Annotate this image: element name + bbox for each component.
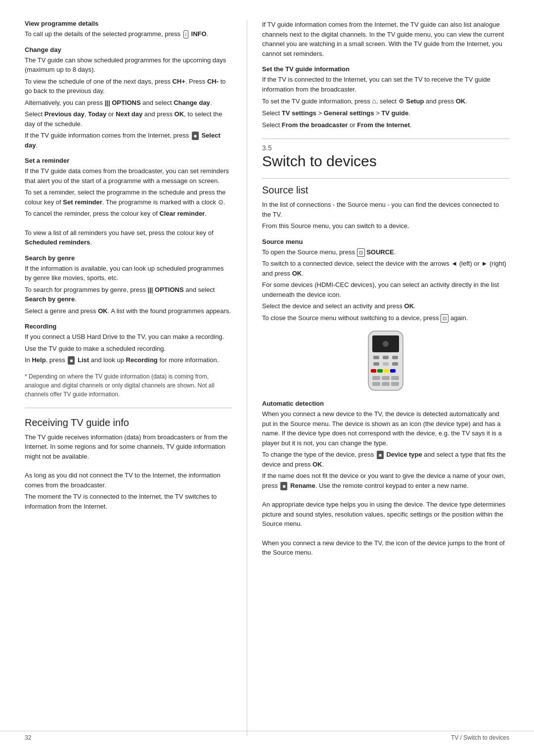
receiving-section: Receiving TV guide info The TV guide rec… bbox=[25, 417, 232, 512]
para-auto-1: When you connect a new device to the TV,… bbox=[262, 409, 509, 448]
svg-rect-14 bbox=[382, 376, 390, 380]
para-continuation: If TV guide information comes from the I… bbox=[262, 20, 509, 58]
para-auto-3: If the name does not fit the device or y… bbox=[262, 471, 509, 490]
para-source-menu-5: To close the Source menu without switchi… bbox=[262, 313, 509, 323]
para-view-programme: To call up the details of the selected p… bbox=[25, 29, 232, 39]
rename-icon: ■ bbox=[280, 482, 287, 490]
para-auto-2: To change the type of the device, press … bbox=[262, 450, 509, 469]
heading-source-menu: Source menu bbox=[262, 238, 509, 245]
heading-source-list: Source list bbox=[262, 185, 509, 196]
para-genre-1: If the information is available, you can… bbox=[25, 264, 232, 283]
section-heading: Switch to devices bbox=[262, 153, 509, 169]
para-set-guide-3: Select TV settings > General settings > … bbox=[262, 108, 509, 118]
svg-rect-18 bbox=[391, 382, 399, 386]
page-number: 32 bbox=[25, 734, 31, 741]
svg-rect-7 bbox=[383, 362, 389, 366]
device-type-icon: ■ bbox=[377, 451, 384, 459]
divider-section bbox=[262, 139, 509, 139]
svg-rect-3 bbox=[373, 356, 379, 359]
heading-set-tv-guide: Set the TV guide information bbox=[262, 65, 509, 73]
section-title-area: 3.5 Switch to devices bbox=[262, 144, 509, 169]
left-column: View programme details To call up the de… bbox=[0, 20, 247, 736]
svg-rect-15 bbox=[391, 376, 399, 380]
svg-rect-9 bbox=[371, 369, 376, 373]
heading-change-day: Change day bbox=[25, 46, 232, 53]
para-reminder-1: If the TV guide data comes from the broa… bbox=[25, 166, 232, 186]
para-source-menu-1: To open the Source menu, press ⊡ SOURCE. bbox=[262, 247, 509, 257]
heading-search-genre: Search by genre bbox=[25, 254, 232, 262]
svg-point-2 bbox=[383, 341, 389, 347]
para-reminder-3: To cancel the reminder, press the colour… bbox=[25, 209, 232, 219]
svg-rect-6 bbox=[373, 362, 379, 366]
svg-rect-10 bbox=[377, 369, 383, 373]
svg-rect-12 bbox=[390, 369, 396, 373]
para-receiving-1: The TV guide receives information (data)… bbox=[25, 432, 232, 462]
para-change-day-4: Select Previous day, Today or Next day a… bbox=[25, 109, 232, 129]
para-genre-2: To search for programmes by genre, press… bbox=[25, 285, 232, 304]
para-genre-3: Select a genre and press OK. A list with… bbox=[25, 306, 232, 316]
black-square-icon: ■ bbox=[192, 132, 199, 140]
footer: 32 TV / Switch to devices bbox=[0, 731, 534, 741]
heading-auto-detection: Automatic detection bbox=[262, 400, 509, 407]
para-change-day-1: The TV guide can show scheduled programm… bbox=[25, 55, 232, 75]
remote-illustration bbox=[262, 329, 509, 393]
para-set-guide-2: To set the TV guide information, press ⌂… bbox=[262, 96, 509, 106]
svg-rect-13 bbox=[372, 376, 380, 380]
para-source-menu-3: For some devices (HDMI-CEC devices), you… bbox=[262, 280, 509, 299]
svg-rect-5 bbox=[392, 356, 398, 359]
section-number: 3.5 bbox=[262, 144, 509, 152]
svg-rect-4 bbox=[383, 356, 389, 359]
para-source-list-1: In the list of connections - the Source … bbox=[262, 200, 509, 219]
section-label: TV / Switch to devices bbox=[451, 734, 509, 741]
para-recording-1: If you connect a USB Hard Drive to the T… bbox=[25, 332, 232, 342]
info-icon: i bbox=[183, 30, 188, 39]
para-reminder-2: To set a reminder, select the programme … bbox=[25, 188, 232, 207]
para-source-menu-2: To switch to a connected device, select … bbox=[262, 259, 509, 278]
para-recording-2: Use the TV guide to make a scheduled rec… bbox=[25, 344, 232, 354]
para-reminder-4: To view a list of all reminders you have… bbox=[25, 228, 232, 247]
heading-set-reminder: Set a reminder bbox=[25, 157, 232, 164]
divider-section-bottom bbox=[262, 178, 509, 179]
para-recording-3: In Help, press ■ List and look up Record… bbox=[25, 355, 232, 365]
para-auto-5: When you connect a new device to the TV,… bbox=[262, 538, 509, 558]
para-auto-4: An appropriate device type helps you in … bbox=[262, 500, 509, 529]
para-receiving-3: The moment the TV is connected to the In… bbox=[25, 492, 232, 511]
svg-rect-11 bbox=[384, 369, 389, 373]
para-set-guide-1: If the TV is connected to the Internet, … bbox=[262, 75, 509, 94]
right-column: If TV guide information comes from the I… bbox=[247, 20, 534, 736]
remote-svg bbox=[358, 329, 413, 393]
para-change-day-3: Alternatively, you can press ||| OPTIONS… bbox=[25, 98, 232, 108]
para-note-star: * Depending on where the TV guide inform… bbox=[25, 372, 232, 399]
heading-receiving: Receiving TV guide info bbox=[25, 417, 232, 428]
heading-view-programme: View programme details bbox=[25, 20, 232, 27]
divider-receiving bbox=[25, 408, 232, 408]
para-receiving-2: As long as you did not connect the TV to… bbox=[25, 471, 232, 490]
svg-rect-8 bbox=[392, 362, 398, 366]
para-source-menu-4: Select the device and select an activity… bbox=[262, 301, 509, 311]
list-icon: ■ bbox=[68, 356, 75, 365]
para-set-guide-4: Select From the broadcaster or From the … bbox=[262, 120, 509, 130]
para-change-day-5: If the TV guide information comes from t… bbox=[25, 131, 232, 150]
svg-rect-16 bbox=[372, 382, 380, 386]
svg-rect-17 bbox=[382, 382, 390, 386]
para-change-day-2: To view the schedule of one of the next … bbox=[25, 77, 232, 96]
para-source-list-2: From this Source menu, you can switch to… bbox=[262, 221, 509, 231]
heading-recording: Recording bbox=[25, 323, 232, 330]
